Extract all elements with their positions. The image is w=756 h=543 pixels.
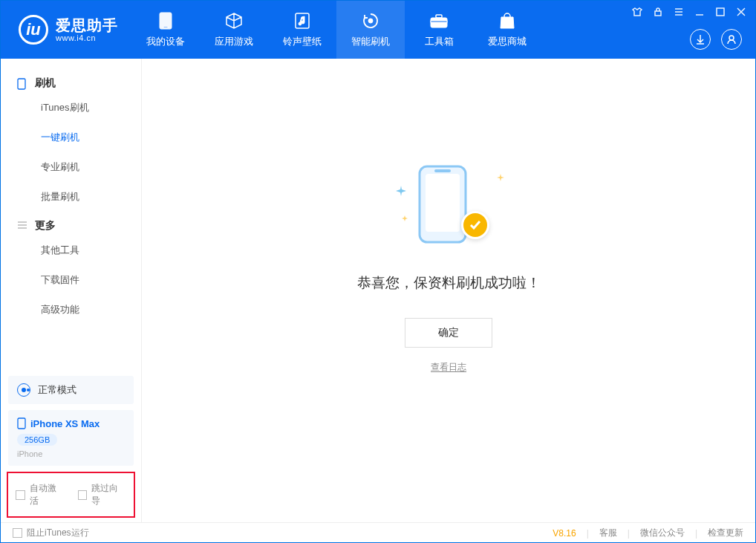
app-url: www.i4.cn <box>56 33 118 42</box>
sidebar-item-advanced[interactable]: 高级功能 <box>1 295 141 325</box>
ok-button[interactable]: 确定 <box>405 318 492 348</box>
svg-rect-11 <box>18 418 25 429</box>
maximize-icon[interactable] <box>715 7 726 17</box>
flash-options-box: 自动激活 跳过向导 <box>7 472 135 518</box>
nav-my-device[interactable]: 我的设备 <box>131 1 200 59</box>
nav-label: 智能刷机 <box>351 35 390 48</box>
toolbox-icon <box>428 11 449 30</box>
sidebar: 刷机 iTunes刷机 一键刷机 专业刷机 批量刷机 更多 其他工具 下载固件 … <box>1 59 142 522</box>
menu-icon[interactable] <box>674 7 684 17</box>
checkbox-label: 阻止iTunes运行 <box>27 527 89 539</box>
sidebar-item-download-firmware[interactable]: 下载固件 <box>1 265 141 295</box>
checkbox-label: 跳过向导 <box>91 482 126 507</box>
svg-rect-13 <box>426 174 460 232</box>
phone-illustration-icon <box>417 163 469 245</box>
app-header: iu 爱思助手 www.i4.cn 我的设备 应用游戏 铃声壁纸 智能刷机 工具… <box>1 1 755 59</box>
svg-rect-7 <box>655 11 661 16</box>
phone-outline-icon <box>17 78 27 88</box>
nav-label: 爱思商城 <box>488 35 527 48</box>
block-itunes-checkbox[interactable]: 阻止iTunes运行 <box>13 527 89 539</box>
checkbox-icon <box>16 490 25 500</box>
nav-label: 我的设备 <box>146 35 185 48</box>
sparkle-icon <box>497 174 504 181</box>
top-nav: 我的设备 应用游戏 铃声壁纸 智能刷机 工具箱 爱思商城 <box>131 1 541 59</box>
svg-rect-8 <box>717 8 724 16</box>
main-content: 恭喜您，保资料刷机成功啦！ 确定 查看日志 <box>142 59 755 522</box>
phone-icon <box>155 11 176 30</box>
svg-point-3 <box>368 19 373 23</box>
status-bar: 阻止iTunes运行 V8.16 | 客服 | 微信公众号 | 检查更新 <box>1 522 755 543</box>
device-mode[interactable]: 正常模式 <box>8 376 134 404</box>
view-log-link[interactable]: 查看日志 <box>431 361 466 374</box>
success-illustration <box>393 163 504 253</box>
close-icon[interactable] <box>736 7 746 17</box>
version-label: V8.16 <box>553 528 576 539</box>
shirt-icon[interactable] <box>632 7 642 17</box>
window-controls <box>632 7 746 17</box>
mode-icon <box>17 383 30 397</box>
music-file-icon <box>292 11 313 30</box>
sidebar-section-flash: 刷机 <box>1 69 141 93</box>
refresh-shield-icon <box>360 11 381 30</box>
logo-icon: iu <box>19 15 48 45</box>
sparkle-icon <box>402 215 408 221</box>
wechat-link[interactable]: 微信公众号 <box>640 527 685 539</box>
device-capacity: 256GB <box>17 434 57 446</box>
sidebar-item-pro-flash[interactable]: 专业刷机 <box>1 152 141 182</box>
device-icon <box>17 417 26 429</box>
svg-rect-1 <box>163 27 168 28</box>
check-badge-icon <box>461 211 489 239</box>
device-type: iPhone <box>17 449 125 458</box>
svg-rect-10 <box>18 79 25 89</box>
check-update-link[interactable]: 检查更新 <box>708 527 743 539</box>
nav-label: 铃声壁纸 <box>283 35 322 48</box>
checkbox-icon <box>13 528 22 538</box>
user-button[interactable] <box>721 29 742 50</box>
sidebar-item-oneclick-flash[interactable]: 一键刷机 <box>1 123 141 152</box>
minimize-icon[interactable] <box>694 7 705 17</box>
svg-rect-14 <box>434 169 451 172</box>
checkbox-icon <box>78 490 88 500</box>
sidebar-item-other-tools[interactable]: 其他工具 <box>1 235 141 265</box>
nav-smart-flash[interactable]: 智能刷机 <box>336 1 405 59</box>
nav-store[interactable]: 爱思商城 <box>473 1 541 59</box>
support-link[interactable]: 客服 <box>599 527 617 539</box>
nav-label: 应用游戏 <box>215 35 253 48</box>
nav-toolbox[interactable]: 工具箱 <box>405 1 473 59</box>
svg-point-9 <box>729 36 734 40</box>
sidebar-item-batch-flash[interactable]: 批量刷机 <box>1 182 141 212</box>
sidebar-section-more: 更多 <box>1 212 141 235</box>
sparkle-icon <box>396 186 406 196</box>
nav-apps-games[interactable]: 应用游戏 <box>200 1 268 59</box>
svg-rect-5 <box>436 15 442 18</box>
skip-guide-checkbox[interactable]: 跳过向导 <box>78 482 127 507</box>
mode-label: 正常模式 <box>38 383 76 397</box>
download-button[interactable] <box>690 29 711 50</box>
sidebar-item-itunes-flash[interactable]: iTunes刷机 <box>1 93 141 123</box>
list-icon <box>17 221 27 231</box>
cube-icon <box>224 11 244 30</box>
logo: iu 爱思助手 www.i4.cn <box>1 15 131 45</box>
shopping-bag-icon <box>497 11 518 30</box>
device-name: iPhone XS Max <box>30 418 100 429</box>
auto-activate-checkbox[interactable]: 自动激活 <box>16 482 65 507</box>
success-message: 恭喜您，保资料刷机成功啦！ <box>357 273 541 293</box>
app-title: 爱思助手 <box>56 17 118 33</box>
checkbox-label: 自动激活 <box>30 482 65 507</box>
nav-ringtone-wallpaper[interactable]: 铃声壁纸 <box>268 1 336 59</box>
device-card[interactable]: iPhone XS Max 256GB iPhone <box>8 410 134 466</box>
lock-icon[interactable] <box>653 7 663 17</box>
nav-label: 工具箱 <box>425 35 454 48</box>
svg-rect-6 <box>431 21 447 22</box>
